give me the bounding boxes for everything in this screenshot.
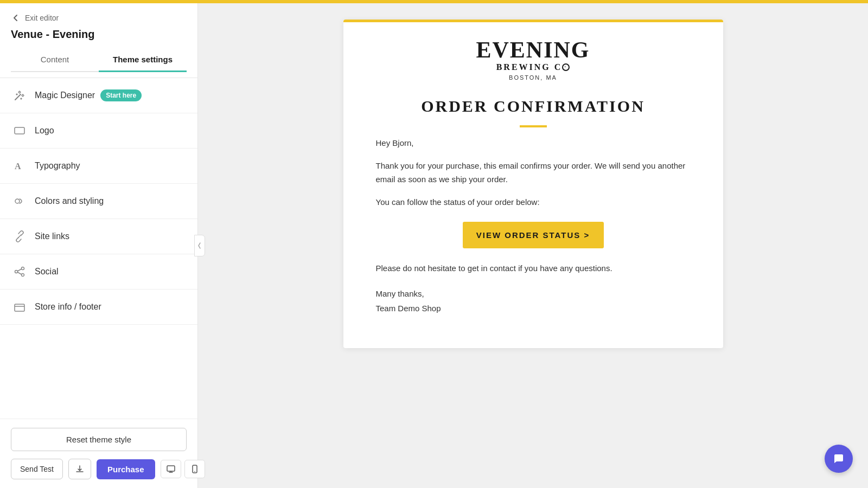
sidebar-footer: Reset theme style Send Test Purchase — [0, 419, 197, 488]
social-label: Social — [35, 267, 59, 277]
email-greeting: Hey Bjorn, — [376, 136, 691, 150]
collapse-handle[interactable] — [194, 235, 205, 256]
venue-title: Venue - Evening — [11, 28, 187, 41]
sidebar-item-typography[interactable]: A Typography — [0, 149, 197, 184]
logo-sub-text: BREWING C· — [496, 62, 570, 72]
exit-editor-button[interactable]: Exit editor — [11, 13, 59, 23]
links-icon — [12, 229, 27, 244]
svg-rect-7 — [167, 466, 175, 471]
sidebar-item-logo[interactable]: Logo — [0, 113, 197, 149]
svg-point-3 — [15, 271, 18, 273]
logo-main-text: EVENING — [476, 38, 590, 61]
svg-point-5 — [22, 274, 24, 277]
email-title-divider — [520, 125, 547, 127]
sidebar-item-magic-designer[interactable]: Magic Designer Start here — [0, 78, 197, 113]
svg-text:A: A — [15, 162, 21, 171]
chat-bubble-button[interactable] — [825, 445, 853, 473]
site-links-label: Site links — [35, 232, 69, 241]
email-body-3: Please do not hesitate to get in contact… — [376, 261, 691, 275]
svg-rect-6 — [15, 304, 24, 311]
purchase-button[interactable]: Purchase — [97, 459, 155, 479]
email-logo-section: EVENING BREWING C· BOSTON, MA — [343, 22, 723, 92]
exit-icon — [11, 13, 21, 23]
download-button[interactable] — [68, 459, 91, 479]
svg-point-2 — [15, 199, 20, 203]
logo-label: Logo — [35, 126, 54, 136]
exit-editor-label: Exit editor — [25, 14, 59, 22]
svg-point-9 — [194, 471, 195, 472]
tab-theme-settings[interactable]: Theme settings — [99, 48, 187, 72]
content-area: EVENING BREWING C· BOSTON, MA ORDER CONF… — [198, 3, 868, 488]
sidebar-item-social[interactable]: Social — [0, 254, 197, 290]
magic-designer-row: Magic Designer Start here — [35, 89, 142, 101]
store-info-label: Store info / footer — [35, 302, 101, 312]
colors-icon — [12, 194, 27, 209]
email-preview: EVENING BREWING C· BOSTON, MA ORDER CONF… — [343, 20, 723, 348]
sidebar-item-store-info[interactable]: Store info / footer — [0, 290, 197, 325]
wand-icon — [12, 88, 27, 103]
sidebar-header: Exit editor Venue - Evening Content Them… — [0, 3, 197, 78]
magic-designer-label: Magic Designer — [35, 91, 95, 100]
view-icons — [161, 460, 205, 478]
sidebar: Exit editor Venue - Evening Content Them… — [0, 3, 198, 488]
reset-theme-button[interactable]: Reset theme style — [11, 428, 187, 451]
typography-label: Typography — [35, 161, 80, 171]
email-closing: Many thanks, Team Demo Shop — [376, 286, 691, 316]
start-here-badge: Start here — [100, 89, 142, 101]
email-title: ORDER CONFIRMATION — [376, 97, 691, 115]
social-icon — [12, 264, 27, 279]
desktop-view-button[interactable] — [161, 460, 181, 478]
svg-point-4 — [22, 267, 24, 270]
sidebar-item-site-links[interactable]: Site links — [0, 219, 197, 254]
email-body-2: You can follow the status of your order … — [376, 195, 691, 209]
mobile-view-button[interactable] — [184, 460, 205, 478]
bottom-actions: Send Test Purchase — [11, 459, 187, 479]
sidebar-item-colors[interactable]: Colors and styling — [0, 184, 197, 219]
email-body: ORDER CONFIRMATION Hey Bjorn, Thank you … — [343, 92, 723, 326]
sidebar-content: Magic Designer Start here Logo A — [0, 78, 197, 419]
email-closing-line2: Team Demo Shop — [376, 301, 691, 316]
logo-tagline-text: BOSTON, MA — [509, 74, 557, 81]
store-icon — [12, 299, 27, 314]
svg-rect-0 — [15, 127, 24, 134]
email-body-1: Thank you for your purchase, this email … — [376, 159, 691, 187]
logo-icon — [12, 123, 27, 138]
tabs-row: Content Theme settings — [11, 48, 187, 72]
tab-content[interactable]: Content — [11, 48, 99, 72]
logo-text: EVENING BREWING C· BOSTON, MA — [365, 38, 701, 81]
view-order-status-button[interactable]: VIEW ORDER STATUS > — [463, 222, 604, 248]
send-test-button[interactable]: Send Test — [11, 459, 63, 479]
typography-icon: A — [12, 158, 27, 174]
colors-label: Colors and styling — [35, 196, 104, 206]
email-closing-line1: Many thanks, — [376, 286, 691, 301]
